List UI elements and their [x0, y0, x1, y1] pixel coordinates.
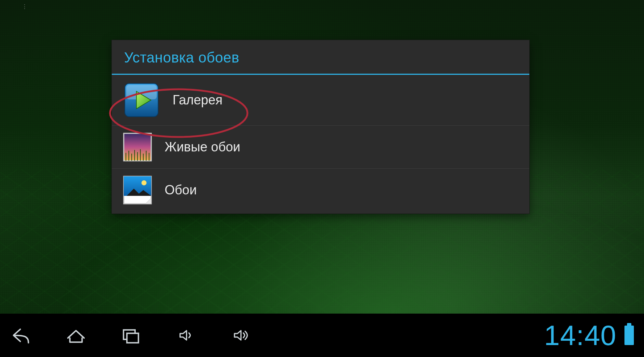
home-button[interactable]: [59, 318, 93, 353]
nav-right-group: 14:40: [544, 319, 634, 352]
set-wallpaper-dialog: Установка обоев Галер: [111, 40, 530, 214]
option-live-wallpaper[interactable]: Живые обои: [112, 126, 529, 169]
dialog-title: Установка обоев: [112, 40, 529, 74]
volume-up-button[interactable]: [224, 318, 258, 353]
system-nav-bar: 14:40: [0, 314, 644, 357]
option-gallery[interactable]: Галерея: [112, 75, 529, 126]
battery-icon[interactable]: [624, 326, 634, 345]
back-icon: [10, 324, 32, 346]
volume-down-icon: [177, 326, 195, 345]
volume-down-button[interactable]: [169, 318, 203, 353]
status-dot-icon: ⋮: [22, 3, 27, 10]
clock[interactable]: 14:40: [544, 319, 617, 352]
svg-point-16: [141, 180, 147, 185]
status-bar: ⋮: [0, 0, 644, 13]
svg-rect-20: [127, 333, 139, 343]
back-button[interactable]: [4, 318, 38, 353]
option-gallery-label: Галерея: [173, 93, 223, 108]
live-wallpaper-icon: [123, 132, 152, 162]
nav-left-group: [4, 318, 258, 353]
option-wallpapers[interactable]: Обои: [112, 169, 529, 214]
wallpapers-icon: [123, 175, 152, 205]
home-icon: [65, 324, 87, 346]
recents-icon: [120, 324, 142, 346]
option-live-wallpaper-label: Живые обои: [165, 139, 240, 155]
option-wallpapers-label: Обои: [165, 182, 197, 198]
volume-up-icon: [232, 326, 250, 345]
recents-button[interactable]: [114, 318, 148, 353]
gallery-icon: [123, 81, 160, 119]
